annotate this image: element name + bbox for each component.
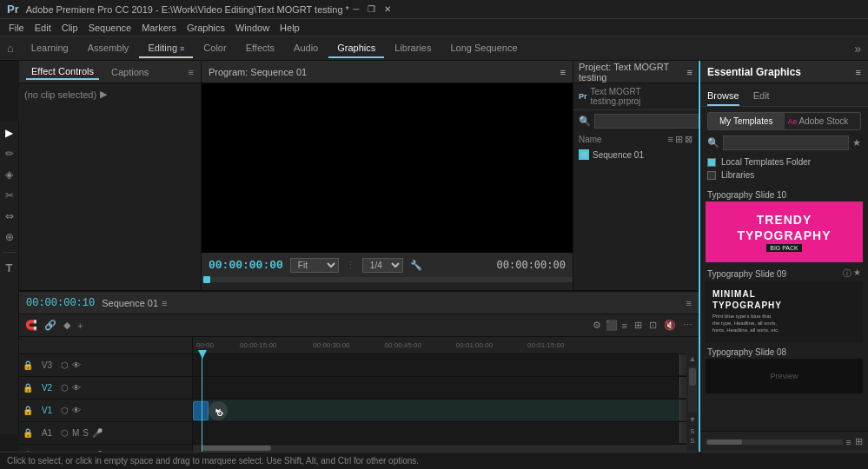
track-v1-lock-icon[interactable]: 🔒 bbox=[23, 406, 33, 415]
tool-eraser[interactable]: ◈ bbox=[2, 167, 17, 182]
project-item-sequence01[interactable]: ▤ Sequence 01 bbox=[573, 147, 698, 162]
menu-clip[interactable]: Clip bbox=[56, 19, 83, 36]
tool-text[interactable]: T bbox=[2, 260, 17, 275]
tab-editing[interactable]: Editing ≡ bbox=[139, 39, 193, 58]
track-v3-sync-icon[interactable]: ⬡ bbox=[61, 360, 69, 370]
eg-tab-edit[interactable]: Edit bbox=[753, 87, 770, 106]
track-v2-eye-icon[interactable]: 👁 bbox=[72, 383, 81, 393]
timeline-timecode[interactable]: 00:00:00:10 bbox=[26, 297, 95, 309]
tab-assembly[interactable]: Assembly bbox=[79, 39, 138, 58]
track-v3-lock-icon[interactable]: 🔒 bbox=[23, 360, 33, 370]
track-v2-lock-icon[interactable]: 🔒 bbox=[23, 383, 33, 393]
tl-more-button[interactable]: ⋯ bbox=[680, 318, 695, 333]
timeline-clips-area[interactable]: 00:00 00:00:15:00 00:00:30:00 00:00:45:0… bbox=[193, 337, 686, 452]
timeline-vertical-scrollbar[interactable]: ▲ ▼ S S bbox=[686, 337, 699, 452]
timeline-menu-button[interactable]: ≡ bbox=[686, 298, 692, 308]
tl-view1-button[interactable]: ≡ bbox=[620, 319, 630, 333]
vertical-tools: ▶ ✏ ◈ ✂ ⇔ ⊕ T bbox=[0, 122, 19, 434]
fit-select[interactable]: Fit 25% 50% 100% bbox=[290, 258, 339, 273]
v1-clip-block[interactable] bbox=[193, 401, 209, 420]
menu-help[interactable]: Help bbox=[275, 19, 305, 36]
tl-snap-button[interactable]: 🧲 bbox=[23, 318, 40, 333]
wrench-icon[interactable]: 🔧 bbox=[410, 260, 422, 271]
project-panel-menu-button[interactable]: ≡ bbox=[687, 67, 692, 77]
close-button[interactable]: ✕ bbox=[381, 3, 394, 17]
home-icon[interactable]: ⌂ bbox=[7, 42, 14, 55]
template-item-slide10[interactable]: Typography Slide 10 TRENDY TYPOGRAPHY BI… bbox=[706, 188, 863, 262]
track-v2-sync-icon[interactable]: ⬡ bbox=[61, 383, 69, 393]
template-star-icon[interactable]: ★ bbox=[853, 268, 861, 280]
tl-settings-button[interactable]: ⚙ bbox=[590, 318, 604, 333]
track-a1-sync-icon[interactable]: ⬡ bbox=[61, 428, 69, 438]
restore-button[interactable]: ❐ bbox=[365, 3, 379, 17]
eg-tab-browse[interactable]: Browse bbox=[707, 87, 739, 106]
track-v1-eye-icon[interactable]: 👁 bbox=[72, 406, 81, 415]
tl-add-track-button[interactable]: + bbox=[75, 319, 85, 333]
eg-scrollbar[interactable] bbox=[706, 439, 843, 445]
track-collapse-icon[interactable]: S bbox=[690, 437, 694, 445]
eg-list-options-button[interactable]: ≡ bbox=[846, 437, 851, 447]
tab-effect-controls[interactable]: Effect Controls bbox=[26, 64, 99, 80]
essential-graphics-menu-button[interactable]: ≡ bbox=[856, 67, 861, 77]
effect-controls-menu-button[interactable]: ≡ bbox=[189, 67, 194, 77]
scrubber-bar[interactable] bbox=[202, 277, 573, 282]
template-icons-slide09: ⓘ ★ bbox=[843, 268, 861, 280]
track-v3-eye-icon[interactable]: 👁 bbox=[72, 360, 81, 370]
track-a1-mute-icon[interactable]: M bbox=[72, 428, 79, 438]
tl-marker-button[interactable]: ◆ bbox=[61, 318, 73, 333]
project-search-input[interactable] bbox=[594, 114, 713, 129]
eg-subtab-adobe-stock[interactable]: Ae Adobe Stock bbox=[785, 113, 861, 129]
tool-selection[interactable]: ▶ bbox=[2, 125, 17, 141]
scroll-up-icon[interactable]: ▲ bbox=[689, 354, 697, 363]
list-view-button[interactable]: ≡ bbox=[668, 134, 673, 145]
template-info-icon[interactable]: ⓘ bbox=[843, 268, 851, 280]
quality-select[interactable]: 1/4 1/2 Full bbox=[362, 258, 403, 273]
minimize-button[interactable]: ─ bbox=[349, 3, 363, 17]
scroll-down-icon[interactable]: ▼ bbox=[689, 415, 697, 424]
track-a1-solo-icon[interactable]: S bbox=[83, 428, 89, 438]
scrubber-handle[interactable] bbox=[203, 276, 210, 283]
freeform-view-button[interactable]: ⊠ bbox=[685, 134, 692, 145]
menu-file[interactable]: File bbox=[3, 19, 30, 36]
track-a1-mic-icon[interactable]: 🎤 bbox=[92, 428, 103, 438]
libraries-checkbox[interactable] bbox=[707, 171, 716, 180]
tool-razor[interactable]: ✂ bbox=[2, 188, 17, 203]
tab-captions[interactable]: Captions bbox=[106, 65, 154, 79]
icon-view-button[interactable]: ⊞ bbox=[675, 134, 683, 145]
workspace-overflow-button[interactable]: » bbox=[854, 42, 861, 56]
tool-pen[interactable]: ✏ bbox=[2, 146, 17, 162]
tl-linked-button[interactable]: 🔗 bbox=[42, 318, 59, 333]
tab-graphics[interactable]: Graphics bbox=[328, 39, 384, 58]
eg-grid-button[interactable]: ⊞ bbox=[855, 436, 863, 447]
menu-graphics[interactable]: Graphics bbox=[182, 19, 230, 36]
tab-long-sequence[interactable]: Long Sequence bbox=[441, 39, 526, 58]
eg-star-icon[interactable]: ★ bbox=[852, 137, 861, 149]
tab-color[interactable]: Color bbox=[195, 39, 235, 58]
eg-search-input[interactable] bbox=[723, 135, 849, 150]
menu-sequence[interactable]: Sequence bbox=[83, 19, 137, 36]
menu-edit[interactable]: Edit bbox=[30, 19, 56, 36]
track-expand-icon[interactable]: S bbox=[690, 427, 694, 435]
local-templates-checkbox[interactable] bbox=[707, 158, 716, 167]
tl-mute-all-button[interactable]: 🔇 bbox=[661, 318, 679, 333]
eg-subtab-my-templates[interactable]: My Templates bbox=[708, 113, 785, 129]
tl-in-point-icon[interactable]: ⬛ bbox=[606, 320, 618, 331]
current-timecode[interactable]: 00:00:00:00 bbox=[209, 259, 283, 272]
tab-effects[interactable]: Effects bbox=[237, 39, 283, 58]
track-v1-sync-icon[interactable]: ⬡ bbox=[61, 406, 69, 415]
tab-libraries[interactable]: Libraries bbox=[386, 39, 440, 58]
template-item-slide09[interactable]: Typography Slide 09 ⓘ ★ MINIMAL TYPOGRAP… bbox=[706, 266, 863, 342]
timeline-horizontal-scrollbar[interactable] bbox=[193, 445, 686, 452]
menu-window[interactable]: Window bbox=[230, 19, 275, 36]
menu-markers[interactable]: Markers bbox=[136, 19, 182, 36]
tab-audio[interactable]: Audio bbox=[285, 39, 327, 58]
template-item-slide08[interactable]: Typography Slide 08 Preview bbox=[706, 346, 863, 393]
timeline-body: 🔒 V3 ⬡ 👁 🔒 V2 ⬡ 👁 🔒 V1 ⬡ 👁 🔒 bbox=[19, 337, 699, 452]
tab-learning[interactable]: Learning bbox=[23, 39, 77, 58]
program-monitor-menu-button[interactable]: ≡ bbox=[560, 67, 566, 77]
tool-zoom[interactable]: ⊕ bbox=[2, 229, 17, 245]
tl-view2-button[interactable]: ⊞ bbox=[632, 318, 645, 333]
track-a1-lock-icon[interactable]: 🔒 bbox=[23, 428, 33, 438]
tool-slip[interactable]: ⇔ bbox=[2, 208, 17, 224]
tl-view3-button[interactable]: ⊡ bbox=[646, 318, 659, 333]
